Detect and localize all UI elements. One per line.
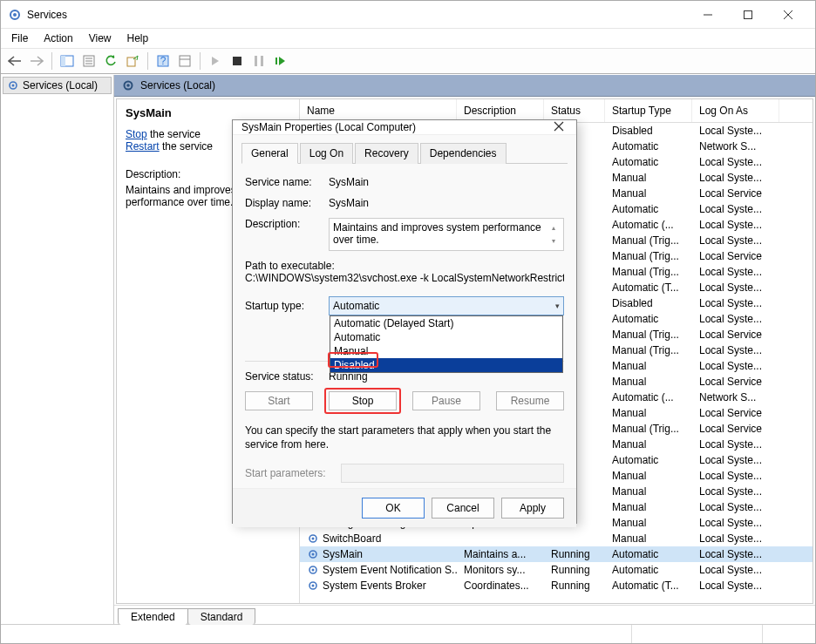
- tree-services-local[interactable]: Services (Local): [3, 77, 112, 94]
- combo-option[interactable]: Automatic: [330, 330, 562, 344]
- scroll-down-icon[interactable]: ▾: [547, 234, 560, 247]
- svg-point-82: [312, 569, 315, 572]
- tab-logon[interactable]: Log On: [300, 143, 353, 164]
- menu-action[interactable]: Action: [37, 31, 79, 46]
- row-logon: Local Syste...: [692, 281, 779, 295]
- start-button: Start: [245, 391, 313, 410]
- close-button[interactable]: [768, 2, 808, 28]
- row-logon: Local Syste...: [692, 218, 779, 232]
- row-logon: Local Syste...: [692, 234, 779, 247]
- svg-point-80: [312, 553, 315, 556]
- stop-suffix: the service: [147, 128, 201, 140]
- tab-general[interactable]: General: [241, 143, 298, 164]
- show-hide-tree-button[interactable]: [57, 51, 78, 71]
- label-display-name: Display name:: [245, 197, 329, 209]
- cancel-button[interactable]: Cancel: [432, 498, 494, 519]
- export-button[interactable]: [122, 51, 143, 71]
- description-scroll[interactable]: ▴▾: [547, 221, 560, 247]
- menu-view[interactable]: View: [82, 31, 119, 46]
- start-service-button[interactable]: [205, 51, 226, 71]
- row-startup-type: Manual: [605, 485, 692, 498]
- row-logon: Network S...: [692, 390, 779, 404]
- row-name: SysMain: [323, 548, 363, 560]
- minimize-button[interactable]: [688, 2, 728, 28]
- tab-dependencies[interactable]: Dependencies: [420, 143, 507, 164]
- table-row[interactable]: SwitchBoardManualLocal Syste...: [300, 531, 813, 546]
- row-logon: Local Syste...: [692, 343, 779, 357]
- row-logon: Local Syste...: [692, 202, 779, 216]
- svg-point-1: [13, 13, 17, 17]
- row-startup-type: Automatic: [605, 155, 692, 169]
- row-logon: Local Syste...: [692, 579, 779, 593]
- gear-icon: [307, 548, 319, 560]
- tab-extended[interactable]: Extended: [118, 608, 188, 625]
- label-startup-type: Startup type:: [245, 300, 329, 312]
- back-button[interactable]: [4, 51, 25, 71]
- row-logon: Local Syste...: [692, 296, 779, 310]
- row-logon: Local Syste...: [692, 532, 779, 546]
- stop-button[interactable]: Stop: [329, 391, 397, 410]
- restart-service-button[interactable]: [270, 51, 291, 71]
- dialog-close-button[interactable]: [550, 120, 568, 134]
- row-startup-type: Automatic: [605, 139, 692, 153]
- table-row[interactable]: System Events BrokerCoordinates...Runnin…: [300, 578, 813, 593]
- svg-text:?: ?: [160, 55, 167, 67]
- label-path: Path to executable:: [245, 260, 564, 272]
- col-logon-as[interactable]: Log On As: [692, 99, 779, 122]
- stop-service-button[interactable]: [227, 51, 248, 71]
- row-logon: Local Syste...: [692, 359, 779, 373]
- tab-standard[interactable]: Standard: [187, 608, 256, 625]
- menu-help[interactable]: Help: [120, 31, 156, 46]
- row-startup-type: Automatic: [605, 202, 692, 216]
- table-row[interactable]: System Event Notification S...Monitors s…: [300, 562, 813, 578]
- toolbar: ?: [1, 48, 815, 74]
- combo-option[interactable]: Automatic (Delayed Start): [330, 316, 562, 330]
- row-startup-type: Manual (Trig...: [605, 265, 692, 279]
- scroll-up-icon[interactable]: ▴: [547, 221, 560, 234]
- row-startup-type: Automatic: [605, 453, 692, 467]
- row-status: Running: [544, 579, 605, 593]
- properties-button[interactable]: [78, 51, 99, 71]
- restart-link[interactable]: Restart: [126, 140, 160, 153]
- window-controls: [688, 2, 808, 28]
- svg-point-24: [126, 84, 130, 87]
- svg-rect-18: [255, 56, 257, 66]
- forward-button[interactable]: [26, 51, 47, 71]
- row-logon: Local Syste...: [692, 453, 779, 467]
- refresh-button[interactable]: [100, 51, 121, 71]
- row-startup-type: Automatic (...: [605, 390, 692, 404]
- col-startup-type[interactable]: Startup Type: [605, 99, 692, 122]
- row-logon: Local Syste...: [692, 563, 779, 577]
- row-description: Coordinates...: [457, 579, 544, 593]
- row-logon: Network S...: [692, 139, 779, 153]
- show-help-button[interactable]: [174, 51, 195, 71]
- row-logon: Local Syste...: [692, 469, 779, 483]
- svg-rect-3: [745, 10, 752, 18]
- ok-button[interactable]: OK: [362, 498, 425, 519]
- tab-recovery[interactable]: Recovery: [355, 143, 418, 164]
- startup-type-dropdown[interactable]: Automatic (Delayed Start)AutomaticManual…: [330, 315, 563, 373]
- row-description: Maintains a...: [457, 547, 544, 561]
- dialog-titlebar: SysMain Properties (Local Computer): [233, 120, 576, 135]
- svg-point-22: [12, 85, 15, 87]
- maximize-button[interactable]: [728, 2, 768, 28]
- row-logon: Local Syste...: [692, 265, 779, 279]
- row-status: Running: [544, 563, 605, 577]
- gear-icon: [307, 564, 319, 576]
- gear-icon: [7, 79, 19, 92]
- startup-type-combobox[interactable]: Automatic ▾ Automatic (Delayed Start)Aut…: [329, 296, 564, 315]
- pause-service-button[interactable]: [248, 51, 269, 71]
- label-service-name: Service name:: [245, 176, 329, 188]
- tree-pane: Services (Local): [1, 75, 114, 624]
- highlight-annotation: [324, 388, 401, 414]
- label-start-params: Start parameters:: [245, 467, 341, 479]
- row-logon: Local Syste...: [692, 312, 779, 326]
- table-row[interactable]: SysMainMaintains a...RunningAutomaticLoc…: [300, 546, 813, 562]
- menu-file[interactable]: File: [4, 31, 35, 46]
- highlight-annotation: [328, 352, 378, 368]
- stop-link[interactable]: Stop: [126, 128, 147, 140]
- help-button[interactable]: ?: [153, 51, 173, 71]
- start-params-field: [341, 464, 564, 483]
- row-status: [544, 532, 605, 546]
- apply-button[interactable]: Apply: [501, 498, 564, 519]
